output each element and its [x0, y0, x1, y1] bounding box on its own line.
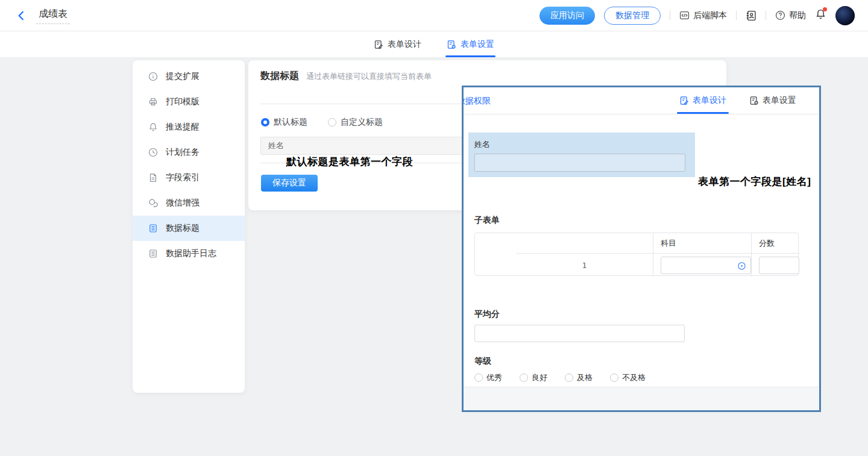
contacts-icon[interactable]	[746, 10, 756, 21]
subject-cell	[653, 254, 752, 276]
sidebar-item-label: 提交扩展	[166, 71, 200, 82]
field-label: 姓名	[468, 133, 695, 154]
tab-label: 表单设计	[388, 39, 421, 50]
overlay-tab-form-settings: 表单设置	[749, 87, 796, 114]
form-settings-icon	[447, 40, 456, 49]
grade-option-label: 及格	[577, 372, 593, 383]
sidebar-item-submit-extension[interactable]: 提交扩展	[133, 64, 245, 89]
radio-label: 默认标题	[274, 117, 307, 128]
list-icon	[148, 249, 158, 258]
average-label: 平均分	[474, 309, 500, 320]
sidebar-item-label: 字段索引	[166, 172, 200, 183]
overlay-footer	[464, 387, 819, 410]
tutorial-screenshot-overlay: 数据权限 表单设计 表单设置 姓名 表单第一个字段是[姓名] 子表单	[462, 86, 821, 412]
panel-title: 数据标题	[260, 70, 299, 83]
tutorial-annotation: 默认标题是表单第一个字段	[286, 155, 413, 169]
table-corner-cell	[516, 233, 653, 254]
document-icon	[148, 173, 158, 183]
column-header-subject: 科目	[653, 233, 752, 254]
column-header-score: 分数	[752, 233, 799, 254]
code-icon	[679, 10, 690, 20]
info-icon	[148, 72, 158, 81]
help-button[interactable]: 帮助	[775, 10, 806, 21]
radio-unchecked-icon	[328, 118, 336, 126]
divider	[736, 11, 737, 20]
radio-unchecked-icon	[610, 373, 618, 382]
radio-unchecked-icon	[520, 373, 528, 382]
sidebar-item-label: 计划任务	[166, 147, 200, 158]
radio-checked-icon	[261, 118, 269, 126]
grade-options: 优秀 良好 及格 不及格	[474, 372, 646, 383]
grade-option-good: 良好	[520, 372, 547, 383]
score-cell	[752, 254, 799, 276]
form-design-icon	[374, 40, 383, 49]
data-permission-tab-clipped: 数据权限	[464, 95, 491, 107]
divider	[670, 11, 670, 20]
score-input	[759, 257, 799, 274]
avatar[interactable]	[835, 6, 855, 25]
form-settings-icon	[749, 96, 759, 105]
clock-icon	[148, 148, 158, 157]
header-actions: 应用访问 数据管理 后端脚本 帮助	[539, 6, 855, 25]
grade-option-label: 良好	[532, 372, 547, 383]
bell-icon	[148, 122, 158, 132]
tab-label: 表单设置	[763, 95, 796, 106]
tab-form-design[interactable]: 表单设计	[374, 31, 421, 57]
data-manage-button[interactable]: 数据管理	[604, 7, 661, 25]
form-tabbar: 表单设计 表单设置	[0, 31, 868, 58]
sidebar-item-wechat-enhance[interactable]: 微信增强	[133, 190, 245, 216]
sidebar-item-field-index[interactable]: 字段索引	[133, 165, 245, 190]
subject-input	[661, 257, 751, 274]
select-data-icon	[737, 261, 746, 270]
app-header: 成绩表 应用访问 数据管理 后端脚本 帮助	[0, 0, 868, 31]
grade-option-pass: 及格	[565, 372, 593, 383]
wechat-icon	[148, 198, 158, 208]
backend-script-button[interactable]: 后端脚本	[679, 10, 727, 21]
sidebar-item-label: 数据标题	[166, 223, 200, 234]
settings-sidebar: 提交扩展 打印模版 推送提醒 计划任务 字段索引 微信增强 数据标题	[133, 60, 245, 393]
radio-default-title[interactable]: 默认标题	[261, 117, 307, 128]
row-number-cell: 1	[516, 254, 653, 276]
sidebar-item-data-title[interactable]: 数据标题	[133, 216, 245, 241]
average-input	[474, 325, 685, 342]
grade-option-fail: 不及格	[610, 372, 646, 383]
printer-icon	[148, 97, 158, 107]
tab-form-settings[interactable]: 表单设置	[447, 31, 494, 57]
backend-script-label: 后端脚本	[693, 10, 727, 21]
notification-dot	[823, 7, 827, 11]
panel-subtitle: 通过表单链接可以直接填写当前表单	[306, 71, 432, 82]
subform-table: 科目 分数 1	[474, 233, 799, 276]
table-empty-column	[475, 233, 516, 276]
selected-field-name: 姓名	[468, 133, 695, 177]
radio-label: 自定义标题	[341, 117, 383, 128]
radio-custom-title[interactable]: 自定义标题	[328, 117, 383, 128]
grade-option-label: 优秀	[486, 372, 502, 383]
form-design-icon	[679, 96, 689, 105]
sidebar-item-label: 微信增强	[166, 198, 200, 208]
grade-option-label: 不及格	[622, 372, 646, 383]
notifications-button[interactable]	[815, 8, 826, 22]
tab-label: 表单设置	[461, 39, 494, 50]
list-icon	[148, 223, 158, 233]
help-icon	[775, 10, 785, 20]
grade-label: 等级	[474, 356, 491, 367]
sidebar-item-print-template[interactable]: 打印模版	[133, 89, 245, 114]
sidebar-item-label: 数据助手日志	[166, 248, 216, 259]
overlay-tab-form-design: 表单设计	[679, 87, 726, 114]
sidebar-item-data-assistant-log[interactable]: 数据助手日志	[133, 241, 245, 266]
sidebar-item-push-reminder[interactable]: 推送提醒	[133, 114, 245, 140]
help-label: 帮助	[789, 10, 806, 21]
divider	[766, 11, 766, 20]
sidebar-item-label: 打印模版	[166, 96, 200, 107]
back-icon[interactable]	[16, 10, 27, 21]
form-title[interactable]: 成绩表	[36, 7, 70, 24]
app-access-button[interactable]: 应用访问	[539, 7, 595, 25]
sidebar-item-label: 推送提醒	[166, 122, 200, 133]
overlay-form-preview: 姓名 表单第一个字段是[姓名] 子表单 科目 分数 1 平均分	[464, 114, 819, 387]
tab-label: 表单设计	[693, 95, 726, 106]
radio-unchecked-icon	[474, 373, 483, 382]
name-input	[474, 154, 685, 172]
sidebar-item-scheduled-task[interactable]: 计划任务	[133, 140, 245, 165]
radio-unchecked-icon	[565, 373, 573, 382]
save-settings-button[interactable]: 保存设置	[261, 175, 318, 192]
